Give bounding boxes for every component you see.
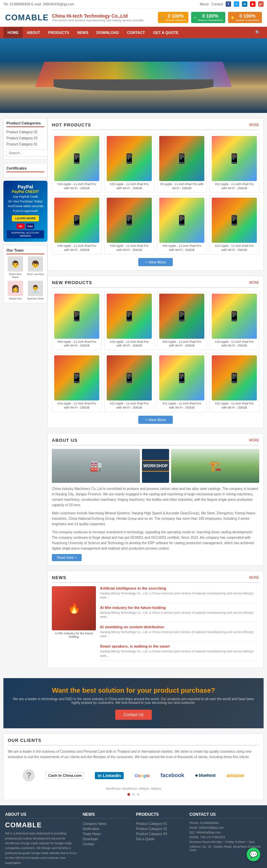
cta-button[interactable]: Contact Us (115, 710, 151, 720)
team-avatar-3: 👩 (8, 281, 23, 296)
footer-contact-link[interactable]: Contact (83, 842, 131, 847)
news-title-1[interactable]: Artificial intelligence in the scorching (100, 586, 259, 590)
footer-product-cat2[interactable]: Product Category 02 (136, 826, 185, 831)
footer-product-cat3[interactable]: Product Category 03 (136, 831, 185, 836)
header: COMABLE China Hi-tech Technology Co.,Ltd… (0, 8, 267, 27)
nav-quote[interactable]: GET A QUOTE (149, 27, 183, 38)
new-products-more[interactable]: MORE (249, 281, 259, 284)
about-more[interactable]: MORE (249, 438, 259, 442)
about-text-3: The company continues to increase invest… (52, 530, 259, 551)
product-name-8: #22 Apple - 11-inch iPad Pro with Wi-Fi … (212, 244, 257, 252)
product-name-3: #9 Apple - 11-inch iPad Pro with Wi-Fi -… (159, 182, 204, 190)
product-name-4: #22 Apple - 11-inch iPad Pro with Wi-Fi … (212, 182, 257, 190)
footer-get-quote[interactable]: Get a Quote (136, 836, 185, 842)
new-product-image-5: 📱 (54, 355, 99, 400)
hot-product-3[interactable]: 📱 #9 Apple - 11-inch iPad Pro with Wi-Fi… (157, 134, 207, 193)
visa-icon: VISA (26, 223, 34, 229)
footer-download[interactable]: Download (83, 836, 131, 842)
news-title-3[interactable]: AI stumbling on content distribution (100, 625, 259, 629)
badge-quality: ⭐ 0 100% Quality Guaranteed (228, 12, 262, 23)
category-link-2[interactable]: Product Category 03 (6, 135, 44, 141)
hot-product-1[interactable]: 📱 #19 Apple - 11-inch iPad Pro with Wi-F… (52, 134, 102, 193)
youtube-icon[interactable]: ▶ (250, 1, 255, 7)
search-input[interactable] (6, 150, 54, 157)
product-name-1: #19 Apple - 11-inch iPad Pro with Wi-Fi … (54, 182, 99, 190)
hot-product-8[interactable]: 📱 #22 Apple - 11-inch iPad Pro with Wi-F… (209, 195, 259, 254)
linkedin-icon[interactable]: in (242, 1, 247, 7)
read-more-button[interactable]: Read more > (52, 554, 82, 561)
footer-product-cat1[interactable]: Product Category 01 (136, 821, 185, 826)
nav-about[interactable]: ABOUT (23, 27, 44, 38)
product-name-7: #40 Apple - 11-inch iPad Pro with Wi-Fi … (159, 244, 204, 252)
clients-dot-2[interactable] (132, 793, 135, 796)
team-member-4: 👨‍💼 Spenser-Dhar (26, 281, 44, 300)
googleplus-icon[interactable]: g+ (258, 1, 264, 7)
hot-products-view-more[interactable]: + View More (138, 258, 172, 266)
new-product-2[interactable]: 📱 #29 Apple - 11-inch iPad Pro with Wi-F… (104, 291, 154, 350)
new-product-image-8: 📱 (212, 355, 257, 400)
footer-notification[interactable]: Notification (83, 826, 131, 831)
nav-contact[interactable]: CONTACT (123, 27, 149, 38)
new-product-8[interactable]: 📱 #22 Apple - 11-inch iPad Pro with Wi-F… (209, 353, 259, 412)
nopaypal-button[interactable]: NOPAYPAL ACCOUNT NEEDED (7, 230, 44, 238)
clients-dot-1[interactable] (127, 793, 130, 796)
news-title-4[interactable]: Smart speakers, is walking in the smart (100, 644, 259, 648)
footer-email: Email: 346645a@qq.com (189, 826, 262, 829)
nav-products[interactable]: PRODUCTS (44, 27, 73, 38)
clients-dot-3[interactable] (137, 793, 140, 796)
new-product-3[interactable]: 📱 #40 Apple - 11-inch iPad Pro with Wi-F… (157, 291, 207, 350)
team-member-3: 👩 Diana Ivan (6, 281, 24, 300)
footer-company-news[interactable]: Company News (83, 821, 131, 826)
hot-product-7[interactable]: 📱 #40 Apple - 11-inch iPad Pro with Wi-F… (157, 195, 207, 254)
chat-icon[interactable]: 💬 (247, 848, 260, 861)
hot-product-5[interactable]: 📱 #38 Apple - 11-inch iPad Pro with Wi-F… (52, 195, 102, 254)
footer-hours: Business hours:Monday – Friday, 8:00am –… (189, 840, 262, 844)
hot-product-2[interactable]: 📱 #25 Apple - 11-inch iPad Pro with Wi-F… (104, 134, 154, 193)
hot-products-title: HOT PRODUCTS (52, 122, 91, 127)
about-text-1: China Industry Machinery Co.,Ltd is comm… (52, 486, 259, 508)
navigation: HOME ABOUT PRODUCTS NEWS DOWNLOAD CONTAC… (0, 27, 267, 38)
new-product-name-4: #18 Apple - 11-inch iPad Pro with Wi-Fi … (212, 340, 257, 348)
payment-cards: MC VISA (7, 223, 44, 229)
new-product-5[interactable]: 📱 #19 Apple - 11-inch iPad Pro with Wi-F… (52, 353, 102, 412)
learn-more-button[interactable]: LEARN MORE (12, 215, 39, 221)
footer-products-title: PRODUCTS (136, 812, 185, 818)
hot-product-4[interactable]: 📱 #22 Apple - 11-inch iPad Pro with Wi-F… (209, 134, 259, 193)
clients-nav (8, 793, 259, 796)
twitter-icon[interactable]: t (234, 1, 239, 7)
google-logo-text: Google (135, 773, 150, 778)
new-products-view-more[interactable]: + View More (138, 416, 172, 424)
team-avatar-2: 👦 (28, 256, 43, 272)
nav-news[interactable]: NEWS (73, 27, 93, 38)
header-badges: 🛒 0 100% Secure Payment ↩ 0 100% Returns… (158, 12, 262, 23)
product-image-1: 📱 (54, 136, 99, 181)
hot-product-6[interactable]: 📱 #18 Apple - 11-inch iPad Pro with Wi-F… (104, 195, 154, 254)
contact-link[interactable]: Contact (211, 2, 223, 6)
facebook-icon[interactable]: f (226, 1, 231, 7)
news-main-image: 🔥 AI film industry for the future holdin… (52, 586, 96, 664)
footer-trade-news[interactable]: Trade News (83, 831, 131, 836)
nav-download[interactable]: DOWNLOAD (93, 27, 123, 38)
category-link-1[interactable]: Product Category 02 (6, 129, 44, 135)
new-products-header: NEW PRODUCTS MORE (52, 280, 259, 288)
footer-phone: Phone: 01388966990 (189, 821, 262, 825)
news-text-3: Nanjing Bilong Technology Co., Ltd, a Ch… (100, 630, 259, 638)
sidebar: Product Categories Product Category 02 P… (3, 118, 47, 673)
product-image-8: 📱 (212, 198, 257, 243)
category-link-3[interactable]: Product Category 01 (6, 141, 44, 147)
hot-products-more[interactable]: MORE (249, 123, 259, 127)
about-link[interactable]: About (200, 2, 208, 6)
new-product-4[interactable]: 📱 #18 Apple - 11-inch iPad Pro with Wi-F… (209, 291, 259, 350)
news-title-2[interactable]: AI film industry for the future holding (100, 606, 259, 610)
news-more[interactable]: MORE (249, 576, 259, 579)
new-product-1[interactable]: 📱 #59 Apple - 11-inch iPad Pro with Wi-F… (52, 291, 102, 350)
nav-home[interactable]: HOME (3, 27, 23, 38)
new-product-image-7: 📱 (159, 355, 204, 400)
products-area: HOT PRODUCTS MORE 📱 #19 Apple - 11-inch … (47, 118, 264, 673)
new-product-7[interactable]: 📱 #21 Apple - 11-inch iPad Pro with Wi-F… (157, 353, 207, 412)
new-product-6[interactable]: 📱 #22 Apple - 11-inch iPad Pro with Wi-F… (104, 353, 154, 412)
paypal-line1: Use PayPal Credit (7, 195, 44, 198)
new-products-section: NEW PRODUCTS MORE 📱 #59 Apple - 11-inch … (47, 276, 264, 428)
nav-search-icon[interactable]: 🔍 (252, 27, 264, 38)
facebook-logo-text: facebook (161, 772, 184, 778)
